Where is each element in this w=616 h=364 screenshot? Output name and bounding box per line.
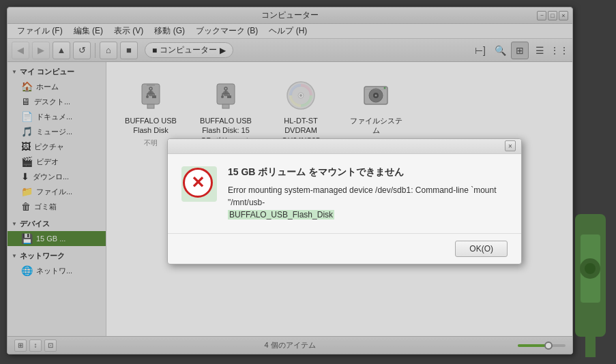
dialog-body: ✕ 15 GB ボリューム をマウントできません Error mounting … [168, 154, 521, 233]
dialog-header: × [168, 139, 521, 154]
error-icon-wrap: ✕ [181, 166, 217, 202]
dialog-footer: OK(O) [168, 233, 521, 264]
dialog-ok-button[interactable]: OK(O) [455, 241, 508, 257]
dialog-message-line2: BUFFALO_USB_Flash_Disk [228, 210, 334, 219]
dialog-close-button[interactable]: × [505, 140, 516, 151]
dialog-content: 15 GB ボリューム をマウントできません Error mounting sy… [228, 166, 508, 221]
dialog-overlay: × ✕ 15 GB ボリューム をマウントできません [8, 7, 572, 354]
error-dialog: × ✕ 15 GB ボリューム をマウントできません [167, 138, 522, 264]
dialog-message: Error mounting system-managed device /de… [228, 184, 508, 221]
dialog-title: 15 GB ボリューム をマウントできません [228, 166, 508, 179]
dialog-title-bold: 15 GB [228, 166, 255, 177]
svg-point-35 [585, 263, 596, 274]
dialog-title-rest: ボリューム をマウントできません [255, 166, 404, 177]
main-window: コンピューター － □ × ファイル (F) 編集 (E) 表示 (V) 移動 … [7, 7, 573, 354]
dialog-message-line1: Error mounting system-managed device /de… [228, 185, 497, 207]
svg-rect-32 [585, 330, 596, 357]
